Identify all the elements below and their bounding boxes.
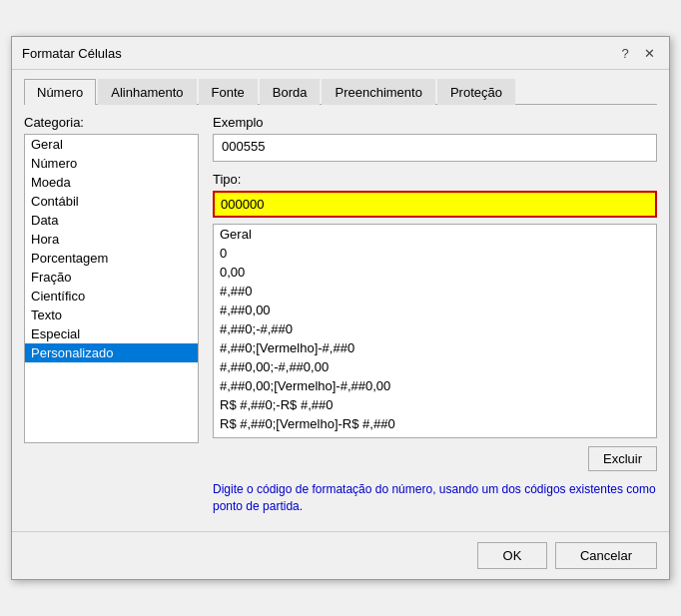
tab-protecao[interactable]: Proteção <box>437 79 515 105</box>
categoria-listbox[interactable]: Geral Número Moeda Contábil Data Hora Po… <box>24 134 199 443</box>
title-bar: Formatar Células ? ✕ <box>12 37 669 70</box>
bottom-area: Excluir <box>213 446 657 471</box>
fmt-hash-00-neg[interactable]: #,##0,00;-#,##0,00 <box>214 357 656 376</box>
format-list[interactable]: Geral 0 0,00 #,##0 #,##0,00 #,##0;-#,##0… <box>213 224 657 438</box>
categoria-label: Categoria: <box>24 115 199 130</box>
footer: OK Cancelar <box>12 531 669 579</box>
tab-alinhamento[interactable]: Alinhamento <box>98 79 196 105</box>
exemplo-label: Exemplo <box>213 115 657 130</box>
close-button[interactable]: ✕ <box>639 43 659 63</box>
ok-button[interactable]: OK <box>477 542 547 569</box>
tipo-input-wrapper <box>213 191 657 218</box>
cat-cientifico[interactable]: Científico <box>25 287 198 306</box>
fmt-0[interactable]: 0 <box>214 244 656 263</box>
fmt-hash-vermelho[interactable]: #,##0;[Vermelho]-#,##0 <box>214 338 656 357</box>
fmt-geral[interactable]: Geral <box>214 225 656 244</box>
fmt-hash-00-vermelho[interactable]: #,##0,00;[Vermelho]-#,##0,00 <box>214 376 656 395</box>
fmt-rs-vermelho[interactable]: R$ #,##0;[Vermelho]-R$ #,##0 <box>214 414 656 433</box>
hint-text: Digite o código de formatação do número,… <box>213 481 657 515</box>
format-cells-dialog: Formatar Células ? ✕ Número Alinhamento … <box>11 36 670 580</box>
fmt-hash-neg[interactable]: #,##0;-#,##0 <box>214 319 656 338</box>
tipo-input[interactable] <box>215 193 655 216</box>
cat-fracao[interactable]: Fração <box>25 268 198 287</box>
right-panel: Exemplo 000555 Tipo: Geral 0 0,00 #,##0 … <box>213 115 657 515</box>
cat-hora[interactable]: Hora <box>25 230 198 249</box>
fmt-hash-0[interactable]: #,##0 <box>214 282 656 301</box>
excluir-button[interactable]: Excluir <box>588 446 657 471</box>
title-controls: ? ✕ <box>615 43 659 63</box>
tab-bar: Número Alinhamento Fonte Borda Preenchim… <box>24 78 657 105</box>
cat-contabil[interactable]: Contábil <box>25 192 198 211</box>
fmt-rs-00[interactable]: R$ #,##0,00;-R$ #,##0,00 <box>214 433 656 438</box>
dialog-body: Número Alinhamento Fonte Borda Preenchim… <box>12 70 669 527</box>
cat-geral[interactable]: Geral <box>25 135 198 154</box>
fmt-0-00[interactable]: 0,00 <box>214 263 656 282</box>
cat-personalizado[interactable]: Personalizado <box>25 343 198 362</box>
cat-numero[interactable]: Número <box>25 154 198 173</box>
tab-fonte[interactable]: Fonte <box>199 79 258 105</box>
cat-moeda[interactable]: Moeda <box>25 173 198 192</box>
tab-preenchimento[interactable]: Preenchimento <box>322 79 434 105</box>
left-panel: Categoria: Geral Número Moeda Contábil D… <box>24 115 199 515</box>
cat-porcentagem[interactable]: Porcentagem <box>25 249 198 268</box>
cancelar-button[interactable]: Cancelar <box>555 542 657 569</box>
tab-numero[interactable]: Número <box>24 79 96 105</box>
dialog-title: Formatar Células <box>22 46 122 61</box>
main-content: Categoria: Geral Número Moeda Contábil D… <box>24 115 657 515</box>
help-button[interactable]: ? <box>615 43 635 63</box>
fmt-rs-0[interactable]: R$ #,##0;-R$ #,##0 <box>214 395 656 414</box>
exemplo-value: 000555 <box>213 134 657 162</box>
cat-texto[interactable]: Texto <box>25 306 198 324</box>
cat-data[interactable]: Data <box>25 211 198 230</box>
fmt-hash-00[interactable]: #,##0,00 <box>214 301 656 319</box>
cat-especial[interactable]: Especial <box>25 324 198 343</box>
tab-borda[interactable]: Borda <box>260 79 321 105</box>
tipo-label: Tipo: <box>213 172 657 187</box>
